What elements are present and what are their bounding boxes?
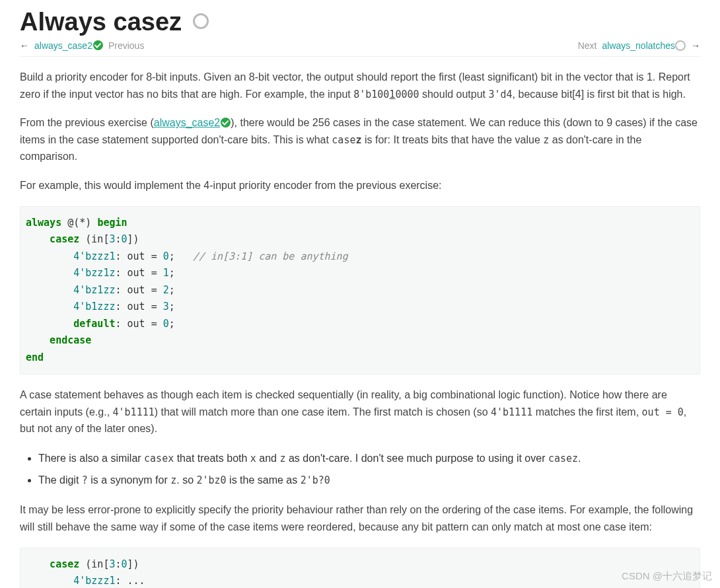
title-text: Always casez [20,8,182,36]
paragraph-5: It may be less error-prone to explicitly… [20,501,700,535]
next-label: Next [578,40,597,51]
paragraph-3: For example, this would implement the 4-… [20,177,700,194]
page-title: Always casez [20,7,700,36]
paragraph-4: A case statement behaves as though each … [20,386,700,437]
check-icon [221,118,231,128]
circle-icon [675,40,686,51]
inline-link-always-case2[interactable]: always_case2 [154,117,231,128]
paragraph-2: From the previous exercise (always_case2… [20,114,700,165]
watermark: CSDN @十六追梦记 [622,570,712,583]
prev-link[interactable]: always_case2 [34,40,103,51]
bullet-list: There is also a similar casex that treat… [20,449,700,490]
prev-label: Previous [108,40,144,51]
arrow-right-icon[interactable]: → [691,40,700,51]
arrow-left-icon[interactable]: ← [20,40,29,51]
list-item: The digit ? is a synonym for z. so 2'bz0… [38,471,700,490]
nav-next-group: Next always_nolatches → [578,40,700,51]
check-icon [93,40,103,50]
list-item: There is also a similar casex that treat… [38,449,700,468]
code-block-1: always @(*) begin casez (in[3:0]) 4'bzzz… [20,206,700,375]
paragraph-1: Build a priority encoder for 8-bit input… [20,69,700,102]
status-circle-icon [193,7,209,35]
next-link[interactable]: always_nolatches [602,40,686,51]
nav-prev-group: ← always_case2 Previous [20,40,144,51]
code-block-2: casez (in[3:0]) 4'bzzz1: ... 4'bzz10: ..… [20,548,700,588]
nav-bar: ← always_case2 Previous Next always_nola… [20,40,700,57]
